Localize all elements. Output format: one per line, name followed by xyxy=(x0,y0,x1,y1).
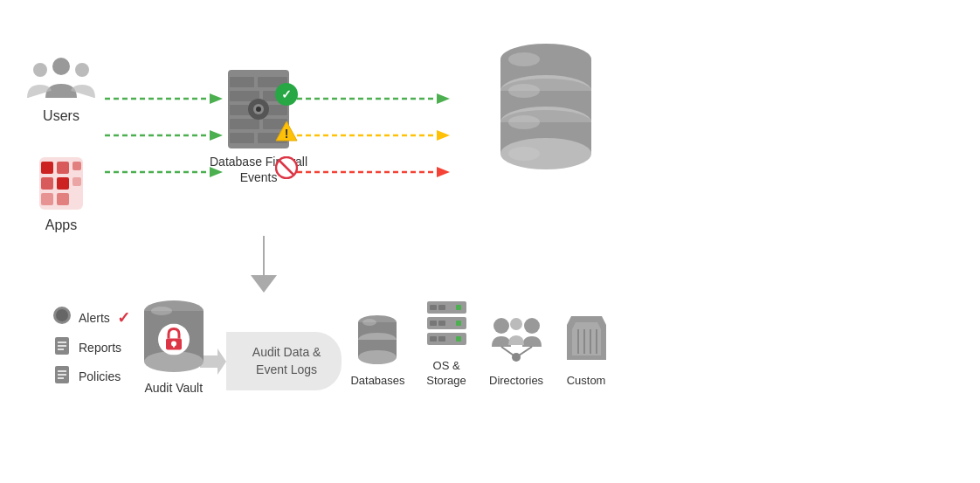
svg-point-12 xyxy=(508,147,540,161)
users-icon xyxy=(26,52,96,105)
svg-point-14 xyxy=(33,63,47,77)
diagram: Users Apps xyxy=(0,0,980,483)
svg-point-10 xyxy=(508,84,540,98)
svg-point-13 xyxy=(52,58,70,75)
databases-item: Databases xyxy=(350,312,404,389)
audit-vault-cylinder xyxy=(139,297,209,376)
svg-rect-91 xyxy=(430,336,437,342)
reports-label-item: Reports xyxy=(52,336,130,358)
svg-rect-26 xyxy=(230,77,254,87)
svg-marker-50 xyxy=(437,167,450,177)
svg-rect-18 xyxy=(57,162,69,174)
lock-icon xyxy=(158,324,190,355)
lower-section: Alerts ✓ Reports xyxy=(52,297,611,395)
apps-label: Apps xyxy=(45,217,77,233)
policies-icon xyxy=(52,365,72,387)
custom-item: Custom xyxy=(562,312,611,389)
audit-data-label: Audit Data &Event Logs xyxy=(252,345,321,376)
svg-rect-74 xyxy=(173,344,175,348)
svg-marker-46 xyxy=(437,130,450,141)
audit-data-arrow: Audit Data &Event Logs xyxy=(200,332,342,390)
svg-point-98 xyxy=(512,353,521,362)
svg-rect-93 xyxy=(456,336,461,342)
svg-rect-22 xyxy=(57,193,69,205)
svg-rect-32 xyxy=(230,119,259,129)
svg-rect-84 xyxy=(438,305,445,310)
policies-label: Policies xyxy=(79,369,121,383)
custom-label: Custom xyxy=(567,374,606,389)
svg-rect-21 xyxy=(41,193,53,205)
svg-marker-56 xyxy=(251,275,277,293)
svg-marker-42 xyxy=(437,93,450,104)
reports-icon xyxy=(52,336,72,358)
left-labels: Alerts ✓ Reports xyxy=(52,297,130,387)
alerts-label-item: Alerts ✓ xyxy=(52,306,130,329)
svg-point-11 xyxy=(508,115,540,129)
status-icons: ✓ ! xyxy=(275,83,298,179)
svg-point-58 xyxy=(56,309,68,321)
down-arrow xyxy=(238,236,290,297)
os-storage-label: OS &Storage xyxy=(426,359,466,389)
status-warn-icon: ! xyxy=(275,120,298,142)
svg-rect-17 xyxy=(41,162,53,174)
svg-text:!: ! xyxy=(285,127,289,141)
alerts-label: Alerts xyxy=(79,311,110,325)
svg-point-15 xyxy=(75,63,89,77)
svg-rect-89 xyxy=(456,321,461,326)
reports-label: Reports xyxy=(79,341,121,355)
databases-label: Databases xyxy=(350,374,404,389)
apps-icon xyxy=(31,153,92,214)
svg-rect-23 xyxy=(72,162,81,170)
svg-rect-34 xyxy=(230,133,254,143)
data-sources: Databases OS &Storag xyxy=(350,297,610,389)
svg-point-95 xyxy=(524,318,540,334)
svg-point-81 xyxy=(362,319,376,326)
svg-point-38 xyxy=(256,107,261,112)
apps-group: Apps xyxy=(9,153,114,233)
top-database xyxy=(489,35,603,178)
audit-vault-label: Audit Vault xyxy=(144,381,203,395)
svg-point-70 xyxy=(151,307,172,315)
os-storage-item: OS &Storage xyxy=(423,297,471,389)
svg-rect-19 xyxy=(41,177,53,190)
svg-rect-88 xyxy=(438,321,445,326)
svg-point-99 xyxy=(510,318,522,330)
directories-item: Directories xyxy=(488,312,545,389)
status-allow-icon: ✓ xyxy=(275,83,298,106)
svg-rect-85 xyxy=(456,305,461,310)
svg-rect-87 xyxy=(430,321,437,326)
alerts-icon xyxy=(52,306,72,329)
audit-data-box: Audit Data &Event Logs xyxy=(226,332,342,390)
users-label: Users xyxy=(43,108,79,124)
svg-rect-20 xyxy=(57,177,69,190)
svg-rect-24 xyxy=(72,177,81,186)
svg-point-9 xyxy=(508,52,540,66)
status-block-icon xyxy=(275,156,298,179)
svg-point-80 xyxy=(358,350,397,364)
svg-rect-83 xyxy=(430,305,437,310)
svg-rect-92 xyxy=(438,336,445,342)
policies-label-item: Policies xyxy=(52,365,130,387)
alerts-check: ✓ xyxy=(117,308,130,328)
svg-point-94 xyxy=(493,318,509,334)
audit-vault-wrap: Audit Vault xyxy=(139,297,209,395)
directories-label: Directories xyxy=(489,374,543,389)
users-group: Users xyxy=(9,52,114,124)
